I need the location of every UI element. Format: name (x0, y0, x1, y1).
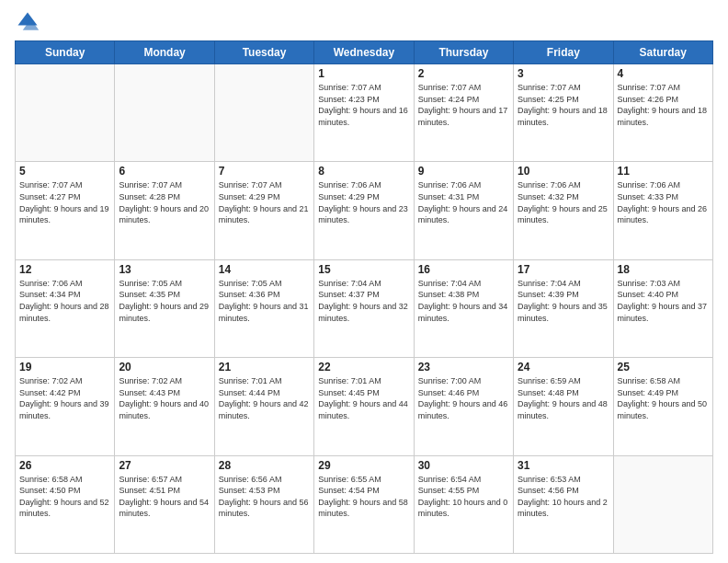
day-info: Sunrise: 7:00 AMSunset: 4:46 PMDaylight:… (418, 375, 509, 421)
day-cell: 3Sunrise: 7:07 AMSunset: 4:25 PMDaylight… (514, 64, 613, 162)
day-info: Sunrise: 7:07 AMSunset: 4:28 PMDaylight:… (119, 179, 210, 225)
day-cell: 14Sunrise: 7:05 AMSunset: 4:36 PMDayligh… (214, 259, 313, 357)
weekday-header-tuesday: Tuesday (214, 41, 313, 64)
day-cell: 2Sunrise: 7:07 AMSunset: 4:24 PMDaylight… (414, 64, 513, 162)
day-number: 13 (119, 263, 210, 276)
day-number: 11 (618, 165, 709, 178)
page: SundayMondayTuesdayWednesdayThursdayFrid… (0, 0, 728, 563)
day-number: 23 (418, 361, 509, 373)
day-cell: 12Sunrise: 7:06 AMSunset: 4:34 PMDayligh… (16, 259, 115, 357)
logo (15, 9, 42, 35)
day-number: 31 (518, 459, 609, 472)
day-cell: 29Sunrise: 6:55 AMSunset: 4:54 PMDayligh… (314, 455, 414, 553)
day-cell: 9Sunrise: 7:06 AMSunset: 4:31 PMDaylight… (414, 162, 513, 259)
day-info: Sunrise: 7:01 AMSunset: 4:44 PMDaylight:… (219, 375, 310, 421)
day-number: 22 (318, 361, 409, 373)
day-number: 16 (418, 263, 509, 276)
day-number: 8 (318, 165, 409, 178)
day-cell: 18Sunrise: 7:03 AMSunset: 4:40 PMDayligh… (613, 259, 712, 357)
day-cell: 26Sunrise: 6:58 AMSunset: 4:50 PMDayligh… (16, 455, 115, 553)
day-cell: 27Sunrise: 6:57 AMSunset: 4:51 PMDayligh… (115, 455, 214, 553)
day-info: Sunrise: 7:06 AMSunset: 4:31 PMDaylight:… (418, 179, 509, 225)
day-cell: 24Sunrise: 6:59 AMSunset: 4:48 PMDayligh… (514, 358, 613, 455)
day-info: Sunrise: 7:02 AMSunset: 4:43 PMDaylight:… (119, 375, 210, 421)
day-number: 6 (119, 165, 210, 178)
header (15, 9, 713, 35)
day-info: Sunrise: 6:59 AMSunset: 4:48 PMDaylight:… (518, 375, 609, 421)
day-info: Sunrise: 7:02 AMSunset: 4:42 PMDaylight:… (19, 375, 110, 421)
day-cell (115, 64, 214, 162)
day-info: Sunrise: 7:05 AMSunset: 4:35 PMDaylight:… (119, 278, 210, 324)
day-info: Sunrise: 7:06 AMSunset: 4:33 PMDaylight:… (618, 179, 709, 225)
day-cell: 16Sunrise: 7:04 AMSunset: 4:38 PMDayligh… (414, 259, 513, 357)
day-number: 3 (518, 67, 609, 80)
logo-icon (15, 9, 40, 35)
day-info: Sunrise: 7:07 AMSunset: 4:27 PMDaylight:… (19, 179, 110, 225)
day-info: Sunrise: 7:07 AMSunset: 4:24 PMDaylight:… (418, 82, 509, 128)
day-cell: 6Sunrise: 7:07 AMSunset: 4:28 PMDaylight… (115, 162, 214, 259)
day-cell: 1Sunrise: 7:07 AMSunset: 4:23 PMDaylight… (314, 64, 414, 162)
day-info: Sunrise: 7:03 AMSunset: 4:40 PMDaylight:… (618, 278, 709, 324)
day-number: 5 (19, 165, 110, 178)
day-cell: 11Sunrise: 7:06 AMSunset: 4:33 PMDayligh… (613, 162, 712, 259)
weekday-header-friday: Friday (514, 41, 613, 64)
day-info: Sunrise: 7:05 AMSunset: 4:36 PMDaylight:… (219, 278, 310, 324)
weekday-header-monday: Monday (115, 41, 214, 64)
day-info: Sunrise: 6:58 AMSunset: 4:50 PMDaylight:… (19, 474, 110, 520)
day-info: Sunrise: 7:06 AMSunset: 4:32 PMDaylight:… (518, 179, 609, 225)
day-info: Sunrise: 6:56 AMSunset: 4:53 PMDaylight:… (219, 474, 310, 520)
day-number: 7 (219, 165, 310, 178)
day-number: 10 (518, 165, 609, 178)
week-row-3: 12Sunrise: 7:06 AMSunset: 4:34 PMDayligh… (16, 259, 713, 357)
weekday-header-sunday: Sunday (16, 41, 115, 64)
day-info: Sunrise: 6:58 AMSunset: 4:49 PMDaylight:… (618, 375, 709, 421)
day-cell: 7Sunrise: 7:07 AMSunset: 4:29 PMDaylight… (214, 162, 313, 259)
week-row-5: 26Sunrise: 6:58 AMSunset: 4:50 PMDayligh… (16, 455, 713, 553)
weekday-header-thursday: Thursday (414, 41, 513, 64)
day-cell: 23Sunrise: 7:00 AMSunset: 4:46 PMDayligh… (414, 358, 513, 455)
day-number: 30 (418, 459, 509, 472)
day-number: 2 (418, 67, 509, 80)
day-number: 1 (318, 67, 409, 80)
week-row-2: 5Sunrise: 7:07 AMSunset: 4:27 PMDaylight… (16, 162, 713, 259)
day-cell: 25Sunrise: 6:58 AMSunset: 4:49 PMDayligh… (613, 358, 712, 455)
day-number: 21 (219, 361, 310, 373)
day-cell: 13Sunrise: 7:05 AMSunset: 4:35 PMDayligh… (115, 259, 214, 357)
day-cell (613, 455, 712, 553)
day-info: Sunrise: 7:04 AMSunset: 4:38 PMDaylight:… (418, 278, 509, 324)
day-number: 20 (119, 361, 210, 373)
day-number: 27 (119, 459, 210, 472)
day-cell: 5Sunrise: 7:07 AMSunset: 4:27 PMDaylight… (16, 162, 115, 259)
day-info: Sunrise: 6:54 AMSunset: 4:55 PMDaylight:… (418, 474, 509, 520)
day-info: Sunrise: 7:06 AMSunset: 4:29 PMDaylight:… (318, 179, 409, 225)
day-info: Sunrise: 7:07 AMSunset: 4:25 PMDaylight:… (518, 82, 609, 128)
day-number: 28 (219, 459, 310, 472)
calendar-table: SundayMondayTuesdayWednesdayThursdayFrid… (15, 40, 713, 554)
day-cell: 4Sunrise: 7:07 AMSunset: 4:26 PMDaylight… (613, 64, 712, 162)
day-cell: 31Sunrise: 6:53 AMSunset: 4:56 PMDayligh… (514, 455, 613, 553)
day-info: Sunrise: 6:57 AMSunset: 4:51 PMDaylight:… (119, 474, 210, 520)
day-cell: 15Sunrise: 7:04 AMSunset: 4:37 PMDayligh… (314, 259, 414, 357)
day-info: Sunrise: 7:01 AMSunset: 4:45 PMDaylight:… (318, 375, 409, 421)
day-number: 9 (418, 165, 509, 178)
day-cell: 28Sunrise: 6:56 AMSunset: 4:53 PMDayligh… (214, 455, 313, 553)
weekday-header-wednesday: Wednesday (314, 41, 414, 64)
day-number: 4 (618, 67, 709, 80)
day-number: 26 (19, 459, 110, 472)
day-cell: 8Sunrise: 7:06 AMSunset: 4:29 PMDaylight… (314, 162, 414, 259)
day-number: 24 (518, 361, 609, 373)
week-row-1: 1Sunrise: 7:07 AMSunset: 4:23 PMDaylight… (16, 64, 713, 162)
day-number: 12 (19, 263, 110, 276)
day-info: Sunrise: 7:07 AMSunset: 4:26 PMDaylight:… (618, 82, 709, 128)
weekday-header-row: SundayMondayTuesdayWednesdayThursdayFrid… (16, 41, 713, 64)
day-info: Sunrise: 7:07 AMSunset: 4:29 PMDaylight:… (219, 179, 310, 225)
day-number: 15 (318, 263, 409, 276)
day-cell: 10Sunrise: 7:06 AMSunset: 4:32 PMDayligh… (514, 162, 613, 259)
day-cell (16, 64, 115, 162)
day-number: 25 (618, 361, 709, 373)
day-cell: 22Sunrise: 7:01 AMSunset: 4:45 PMDayligh… (314, 358, 414, 455)
day-number: 19 (19, 361, 110, 373)
day-cell: 30Sunrise: 6:54 AMSunset: 4:55 PMDayligh… (414, 455, 513, 553)
day-info: Sunrise: 6:53 AMSunset: 4:56 PMDaylight:… (518, 474, 609, 520)
day-number: 14 (219, 263, 310, 276)
